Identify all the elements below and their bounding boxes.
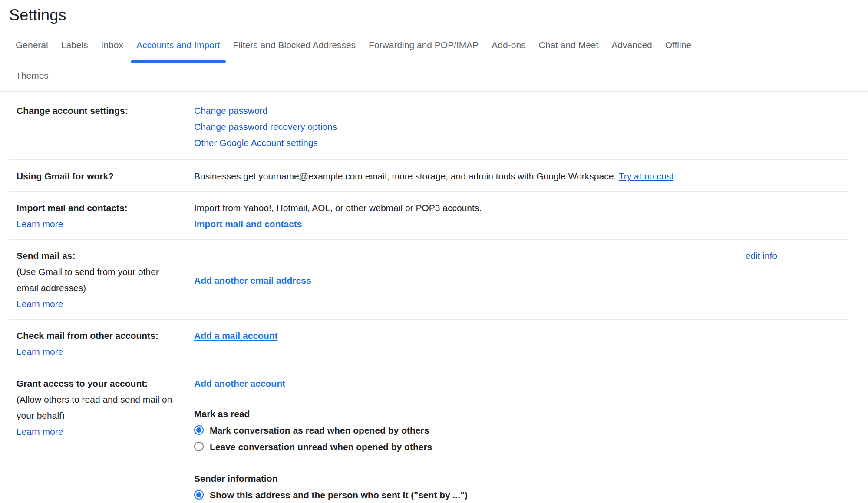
tab-filters-and-blocked-addresses[interactable]: Filters and Blocked Addresses (227, 37, 362, 65)
learn-more-link[interactable]: Learn more (17, 219, 63, 229)
section-send-mail-as: Send mail as: (Use Gmail to send from yo… (9, 239, 848, 319)
change-password-recovery-options-link[interactable]: Change password recovery options (194, 122, 337, 132)
section-label: Check mail from other accounts: (17, 328, 175, 344)
add-another-email-address-link[interactable]: Add another email address (194, 275, 311, 285)
settings-tab-bar: General Labels Inbox Accounts and Import… (0, 37, 868, 92)
section-change-account-settings: Change account settings: Change password… (9, 92, 848, 159)
mark-as-read-heading: Mark as read (194, 406, 848, 422)
settings-page: Settings General Labels Inbox Accounts a… (0, 6, 868, 503)
import-description: Import from Yahoo!, Hotmail, AOL, or oth… (194, 203, 482, 213)
section-description: (Allow others to read and send mail on y… (17, 391, 175, 424)
tab-general[interactable]: General (9, 37, 55, 65)
section-label: Using Gmail for work? (17, 171, 114, 181)
import-mail-and-contacts-link[interactable]: Import mail and contacts (194, 219, 302, 229)
tab-add-ons[interactable]: Add-ons (485, 37, 532, 65)
section-label: Grant access to your account: (17, 375, 175, 391)
radio-button-icon[interactable] (194, 490, 204, 500)
tab-themes[interactable]: Themes (9, 65, 55, 91)
try-at-no-cost-link[interactable]: Try at no cost (619, 171, 673, 181)
change-password-link[interactable]: Change password (194, 106, 267, 116)
section-label: Change account settings: (17, 106, 128, 116)
settings-sections: Change account settings: Change password… (9, 92, 848, 503)
tab-advanced[interactable]: Advanced (605, 37, 658, 65)
add-a-mail-account-link[interactable]: Add a mail account (194, 331, 278, 341)
tab-row-1: General Labels Inbox Accounts and Import… (9, 37, 868, 65)
sender-information-heading: Sender information (194, 470, 848, 486)
tab-chat-and-meet[interactable]: Chat and Meet (532, 37, 605, 65)
tab-inbox[interactable]: Inbox (95, 37, 130, 65)
tab-accounts-and-import[interactable]: Accounts and Import (130, 37, 227, 65)
radio-button-icon[interactable] (194, 425, 204, 435)
section-grant-access-to-your-account: Grant access to your account: (Allow oth… (9, 367, 848, 503)
section-using-gmail-for-work: Using Gmail for work? Businesses get you… (9, 159, 848, 191)
radio-mark-conversation-read[interactable]: Mark conversation as read when opened by… (194, 422, 848, 438)
tab-offline[interactable]: Offline (659, 37, 698, 65)
add-another-account-link[interactable]: Add another account (194, 378, 285, 388)
page-title: Settings (9, 6, 868, 24)
workspace-promo-text: Businesses get yourname@example.com emai… (194, 171, 616, 181)
section-label: Send mail as: (17, 248, 175, 264)
tab-labels[interactable]: Labels (55, 37, 95, 65)
learn-more-link[interactable]: Learn more (17, 299, 63, 309)
edit-info-link[interactable]: edit info (745, 248, 777, 264)
tab-row-2: Themes (9, 65, 868, 91)
radio-show-address-and-sender[interactable]: Show this address and the person who sen… (194, 486, 848, 503)
learn-more-link[interactable]: Learn more (17, 347, 63, 357)
section-import-mail-and-contacts: Import mail and contacts: Learn more Imp… (9, 191, 848, 239)
radio-leave-conversation-unread[interactable]: Leave conversation unread when opened by… (194, 438, 848, 455)
section-description: (Use Gmail to send from your other email… (17, 264, 175, 296)
tab-forwarding-and-pop-imap[interactable]: Forwarding and POP/IMAP (362, 37, 485, 65)
section-label: Import mail and contacts: (17, 200, 175, 216)
other-google-account-settings-link[interactable]: Other Google Account settings (194, 138, 318, 148)
radio-button-icon[interactable] (194, 442, 204, 451)
section-check-mail-from-other-accounts: Check mail from other accounts: Learn mo… (9, 319, 848, 367)
learn-more-link[interactable]: Learn more (17, 427, 63, 437)
